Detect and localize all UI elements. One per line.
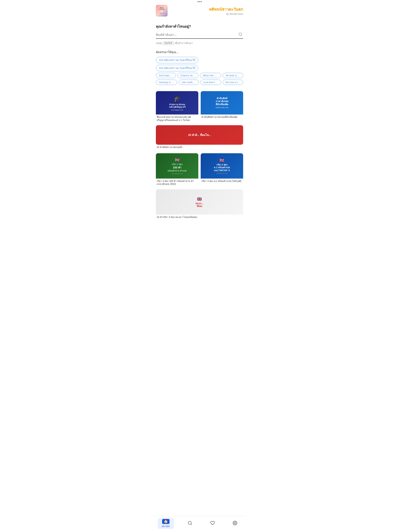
nav-favorite[interactable] bbox=[206, 520, 219, 527]
articles-section-2: 🇬🇧 กริยา 3 ช่อง100 คำพร้อมคำอ่าน คำแปล W… bbox=[153, 153, 246, 223]
search-hint-key: ENTER bbox=[163, 41, 174, 45]
suggestions-title: คัดสรรมาให้คุณ... bbox=[156, 50, 243, 55]
article-thumb-1: 🎓 ตัวย่อภาษาอังกฤษระดับวุฒิปริญญาตรี by … bbox=[156, 91, 198, 114]
tags-row-1: 100 คติพจน์ชาวตะวันตกที่นิยมใช้ bbox=[156, 57, 243, 63]
search-input-wrapper bbox=[156, 32, 243, 39]
tag-god-hates[interactable]: God hates those ... bbox=[156, 73, 176, 78]
svg-point-4 bbox=[234, 522, 236, 524]
status-bar bbox=[153, 0, 246, 3]
articles-grid-2: 🇬🇧 กริยา 3 ช่อง100 คำพร้อมคำอ่าน คำแปล W… bbox=[156, 153, 243, 220]
tag-200[interactable]: 200 คติพจน์ชาวตะวันตกที่นิยมใช้ bbox=[156, 65, 198, 71]
nav-home-label: หน้าหลัก bbox=[162, 525, 170, 528]
app-subtitle: by Wordy Guru bbox=[209, 13, 243, 15]
search-section: คุณกำลังหาคำไหนอยู่? กดปุ่ม ENTER เพื่อท… bbox=[153, 19, 246, 47]
bottom-nav: 🏠 หน้าหลัก bbox=[153, 516, 246, 532]
article-card-3[interactable]: 20 คำค้... ที่คนไท... 20 คำศัพท์ภาษาอังก… bbox=[156, 125, 243, 150]
article-thumb-2: คำทับศัพท์ภาษาอังกฤษที่มักเขียนผิด WORDY… bbox=[201, 91, 243, 114]
search-button[interactable] bbox=[238, 32, 243, 37]
article-card-6[interactable]: 🇬🇧 REGU...ที่นิยม 10 คำกริยา 3 ช่อง หมวด… bbox=[156, 189, 243, 220]
tag-honesty[interactable]: Honesty is the best... bbox=[156, 80, 177, 85]
article-thumb-6: 🇬🇧 REGU...ที่นิยม bbox=[156, 189, 243, 215]
tag-lost-time[interactable]: Lost time is never ... bbox=[200, 80, 221, 85]
header: คติพจน์ ชาวตะวันตก 📖 คติพจน์ชาวตะวันตก b… bbox=[153, 3, 246, 19]
svg-line-1 bbox=[241, 35, 242, 36]
tag-when-candles[interactable]: When the candles ... bbox=[200, 73, 221, 78]
article-thumb-3: 20 คำค้... ที่คนไท... bbox=[156, 125, 243, 145]
article-label-2: คำทับศัพท์ภาษาอังกฤษที่มักเขียนผิด bbox=[201, 114, 243, 120]
tag-no-one[interactable]: No one is too old t... bbox=[223, 80, 243, 85]
article-card-1[interactable]: 🎓 ตัวย่อภาษาอังกฤษระดับวุฒิปริญญาตรี by … bbox=[156, 91, 198, 123]
tags-row-2: 200 คติพจน์ชาวตะวันตกที่นิยมใช้ bbox=[156, 65, 243, 71]
logo-image: คติพจน์ ชาวตะวันตก 📖 bbox=[156, 5, 167, 17]
settings-icon bbox=[233, 521, 237, 526]
article-card-4[interactable]: 🇬🇧 กริยา 3 ช่อง100 คำพร้อมคำอ่าน คำแปล W… bbox=[156, 153, 198, 187]
search-hint: กดปุ่ม ENTER เพื่อทำการค้นหา bbox=[156, 41, 243, 45]
search-hint-press: กดปุ่ม bbox=[156, 41, 162, 45]
articles-section-1: 🎓 ตัวย่อภาษาอังกฤษระดับวุฒิปริญญาตรี by … bbox=[153, 88, 246, 153]
search-hint-action: เพื่อทำการค้นหา bbox=[174, 41, 193, 45]
tags-row-3: God hates those ... Charms strike the ..… bbox=[156, 73, 243, 78]
search-question: คุณกำลังหาคำไหนอยู่? bbox=[156, 24, 243, 29]
articles-grid-1: 🎓 ตัวย่อภาษาอังกฤษระดับวุฒิปริญญาตรี by … bbox=[156, 91, 243, 150]
nav-settings[interactable] bbox=[229, 520, 241, 527]
tag-like-mother[interactable]: Like mother , like ... bbox=[179, 80, 199, 85]
article-thumb-4: 🇬🇧 กริยา 3 ช่อง100 คำพร้อมคำอ่าน คำแปล W… bbox=[156, 153, 198, 178]
tag-charms-strike[interactable]: Charms strike the ... bbox=[178, 73, 198, 78]
article-card-2[interactable]: คำทับศัพท์ภาษาอังกฤษที่มักเขียนผิด WORDY… bbox=[201, 91, 243, 123]
article-thumb-5: 🇬🇧 กริยา 3 ช่องA-Z พร้อมคำแปลแบบ ไฟล์ PD… bbox=[201, 153, 243, 178]
article-label-1: ชื่อและตัวย่อภาษาอังกฤษระดับวุฒิปริญญาตร… bbox=[156, 114, 198, 123]
svg-line-3 bbox=[191, 524, 192, 525]
favorite-icon bbox=[210, 521, 215, 526]
tags-row-4: Honesty is the best... Like mother , lik… bbox=[156, 80, 243, 85]
logo: คติพจน์ ชาวตะวันตก 📖 bbox=[156, 5, 167, 17]
search-input[interactable] bbox=[156, 33, 238, 37]
tag-all-work[interactable]: All work and no pl... bbox=[223, 73, 243, 78]
suggestions-section: คัดสรรมาให้คุณ... 100 คติพจน์ชาวตะวันตกท… bbox=[153, 47, 246, 88]
search-nav-icon bbox=[188, 521, 192, 526]
tag-100[interactable]: 100 คติพจน์ชาวตะวันตกที่นิยมใช้ bbox=[156, 57, 198, 63]
nav-home[interactable]: 🏠 หน้าหลัก bbox=[158, 518, 174, 529]
nav-search[interactable] bbox=[184, 520, 196, 527]
article-label-5: กริยา 3 ช่อง a-z พร้อมคำแปล (ไฟล์ pdf) bbox=[201, 178, 243, 184]
article-label-3: 20 คำศัพท์ภาษาอังกฤษที่... bbox=[156, 145, 243, 150]
app-title: คติพจน์ชาวตะวันตก bbox=[209, 6, 243, 13]
article-label-6: 10 คำกริยา 3 ช่อง หมวด l ไปออกข้อสอบ bbox=[156, 215, 243, 220]
home-icon: 🏠 bbox=[162, 519, 169, 524]
header-title-block: คติพจน์ชาวตะวันตก by Wordy Guru bbox=[209, 6, 243, 15]
article-label-4: กริยา 3 ช่อง 100 คำ พร้อมคำอ่าน คำแปล (อ… bbox=[156, 178, 198, 187]
article-card-5[interactable]: 🇬🇧 กริยา 3 ช่องA-Z พร้อมคำแปลแบบ ไฟล์ PD… bbox=[201, 153, 243, 187]
